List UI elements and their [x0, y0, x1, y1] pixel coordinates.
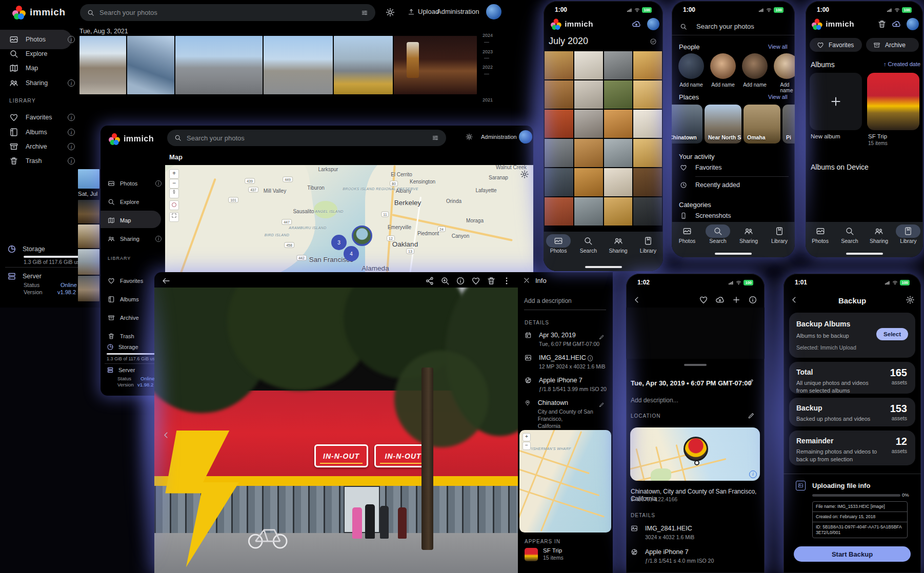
- info-circle-icon[interactable]: i: [68, 129, 75, 136]
- map-compass-button[interactable]: [169, 189, 179, 198]
- search-input[interactable]: Search your photos: [680, 23, 754, 30]
- search-bar[interactable]: Search your photos: [167, 130, 446, 146]
- photo-grid-tile[interactable]: [604, 51, 633, 79]
- photo-grid-tile[interactable]: [545, 139, 573, 167]
- add-name-link[interactable]: Add name: [711, 82, 735, 88]
- photo-grid-tile[interactable]: [604, 80, 633, 109]
- nav-photos[interactable]: Photos: [806, 227, 835, 244]
- photo-thumbnail[interactable]: [175, 36, 263, 94]
- backup-cloud-button[interactable]: [632, 19, 641, 31]
- settings-button[interactable]: [906, 295, 915, 306]
- nav-sharing[interactable]: Sharing: [734, 227, 763, 244]
- photo-grid-tile[interactable]: [574, 110, 603, 138]
- select-all-button[interactable]: [650, 38, 657, 47]
- photo-grid-tile[interactable]: [574, 139, 603, 167]
- backup-cloud-button[interactable]: [892, 19, 901, 31]
- edit-date-button[interactable]: [747, 378, 754, 387]
- viewer-back-button[interactable]: [162, 276, 171, 288]
- sidebar-item-archive[interactable]: Archivei: [0, 139, 75, 154]
- back-button[interactable]: [632, 295, 641, 306]
- photo-grid-tile[interactable]: [604, 168, 633, 196]
- upload-cloud-button[interactable]: [715, 295, 725, 306]
- nav-search[interactable]: Search: [574, 236, 602, 254]
- sidebar-item-photos[interactable]: Photosi: [0, 32, 75, 47]
- nav-sharing[interactable]: Sharing: [604, 236, 633, 254]
- edit-location-button[interactable]: [748, 412, 755, 421]
- administration-link[interactable]: Administration: [481, 134, 517, 140]
- photo-grid-tile[interactable]: [633, 110, 662, 138]
- start-backup-button[interactable]: Start Backup: [794, 546, 911, 562]
- info-circle-icon[interactable]: i: [155, 180, 162, 187]
- info-circle-icon[interactable]: i: [68, 157, 75, 165]
- photo-thumbnail[interactable]: [78, 169, 99, 189]
- main-photo-in-n-out[interactable]: IN-N-OUT IN-N-OUT: [154, 288, 518, 573]
- photo-grid-tile[interactable]: [545, 51, 573, 79]
- photo-thumbnail[interactable]: [78, 276, 99, 301]
- location-map[interactable]: The Embarcadero - San Francisco Ferry i: [630, 427, 760, 481]
- file-info-icon[interactable]: i: [588, 355, 593, 361]
- person-face[interactable]: [742, 53, 768, 79]
- photo-grid-tile[interactable]: [633, 139, 662, 167]
- recently-added-row[interactable]: Recently added: [680, 181, 740, 189]
- place-card[interactable]: Pi: [782, 105, 795, 144]
- filter-sliders-icon[interactable]: [432, 134, 439, 141]
- sidebar-item-trash[interactable]: Trashi: [101, 329, 162, 344]
- photo-thumbnail[interactable]: [79, 36, 126, 94]
- favorites-row[interactable]: Favorites: [680, 164, 721, 171]
- viewer-zoom-button[interactable]: [440, 276, 450, 288]
- search-placeholder[interactable]: Search your photos: [187, 134, 427, 142]
- user-avatar[interactable]: [907, 18, 919, 30]
- photo-grid-tile[interactable]: [545, 197, 573, 226]
- photo-grid-tile[interactable]: [574, 197, 603, 226]
- map-locate-button[interactable]: [169, 200, 179, 210]
- person-face[interactable]: [774, 53, 795, 79]
- photo-grid-tile[interactable]: [633, 197, 662, 226]
- person-face[interactable]: [678, 53, 704, 79]
- theme-toggle-button[interactable]: [466, 133, 473, 140]
- immich-logo[interactable]: immich: [109, 133, 154, 145]
- photo-grid[interactable]: [545, 51, 662, 226]
- photo-grid-tile[interactable]: [574, 51, 603, 79]
- administration-link[interactable]: Administration: [437, 8, 479, 15]
- photo-grid-tile[interactable]: [604, 110, 633, 138]
- user-avatar[interactable]: [486, 4, 501, 19]
- sidebar-item-trash[interactable]: Trashi: [0, 153, 75, 169]
- photo-thumbnail[interactable]: [78, 224, 99, 248]
- nav-photos-active[interactable]: Photos: [544, 236, 573, 254]
- sidebar-item-favorites[interactable]: Favoritesi: [0, 110, 75, 125]
- user-avatar[interactable]: [647, 18, 659, 30]
- nav-search[interactable]: Search: [835, 227, 864, 244]
- trash-button[interactable]: [877, 19, 887, 31]
- viewer-more-button[interactable]: [502, 276, 511, 288]
- edit-location-button[interactable]: [599, 400, 605, 410]
- new-album-card[interactable]: [810, 73, 862, 130]
- sidebar-item-albums[interactable]: Albumsi: [101, 292, 162, 307]
- sidebar-item-photos[interactable]: Photosi: [101, 176, 162, 191]
- place-card[interactable]: Near North Side: [705, 105, 741, 144]
- map-photo-thumbnail-marker[interactable]: [352, 226, 372, 246]
- sidebar-item-explore[interactable]: Explore: [101, 194, 162, 210]
- immich-logo[interactable]: immich: [12, 6, 66, 19]
- photo-grid-tile[interactable]: [574, 80, 603, 109]
- info-button[interactable]: [748, 295, 757, 306]
- photo-thumbnail[interactable]: [264, 36, 333, 94]
- screenshots-row[interactable]: Screenshots: [680, 212, 731, 219]
- user-avatar[interactable]: [519, 130, 532, 144]
- home-indicator[interactable]: [715, 253, 752, 255]
- info-circle-icon[interactable]: i: [68, 36, 75, 43]
- map-fullscreen-button[interactable]: [169, 212, 179, 222]
- map-photo-cluster-marker[interactable]: 3: [331, 235, 347, 250]
- sidebar-item-sharing[interactable]: Sharingi: [0, 75, 75, 91]
- viewer-favorite-button[interactable]: [471, 276, 480, 288]
- photo-grid-tile[interactable]: [574, 168, 603, 196]
- photo-area-dark[interactable]: [626, 308, 765, 359]
- info-circle-icon[interactable]: i: [68, 114, 75, 121]
- people-view-all-link[interactable]: View all: [768, 44, 788, 50]
- appears-in-album[interactable]: SF Trip15 items: [525, 547, 607, 561]
- add-to-album-button[interactable]: [732, 295, 741, 306]
- select-albums-button[interactable]: Select: [876, 328, 908, 340]
- photo-grid-tile[interactable]: [633, 51, 662, 79]
- photo-grid-tile[interactable]: [545, 80, 573, 109]
- drag-handle[interactable]: [684, 364, 707, 366]
- map-attribution-icon[interactable]: i: [749, 470, 757, 478]
